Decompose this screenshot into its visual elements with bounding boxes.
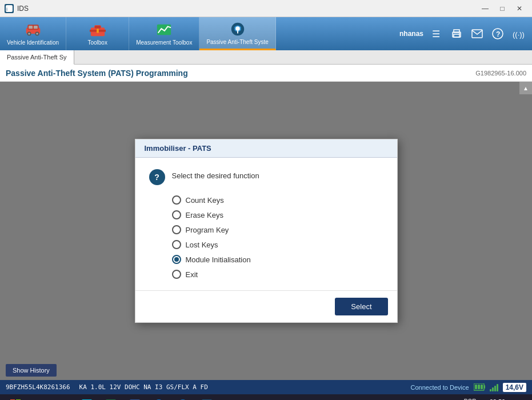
show-history-button[interactable]: Show History [6,364,57,377]
radio-program-key[interactable]: Program Key [172,225,383,234]
svg-text:((·)): ((·)) [513,30,525,39]
tab-pats-label: Passive Anti-Theft Sy [7,54,67,61]
vehicle-icon [25,22,41,38]
radio-program-key-label: Program Key [186,226,229,234]
svg-rect-27 [484,385,485,389]
taskbar-ids[interactable]: F [195,394,218,400]
svg-rect-8 [29,26,33,29]
svg-rect-19 [454,30,459,33]
taskbar-search[interactable] [30,394,48,400]
taskbar-media[interactable] [75,394,98,400]
taskbar-explorer[interactable] [51,394,74,400]
radio-count-keys-input[interactable] [172,195,181,205]
wifi-icon[interactable]: ((·)) [510,26,526,42]
taskbar-up-arrow[interactable]: ▲ [406,397,422,401]
toolbox-icon [90,22,106,38]
radio-erase-keys[interactable]: Erase Keys [172,210,383,219]
measurement-label: Measurement Toolbox [136,39,192,46]
title-bar-controls: — □ ✕ [477,2,527,15]
taskbar-pinned-apps: X W F [51,394,218,400]
page-title-bar: Passive Anti-Theft System (PATS) Program… [0,65,532,82]
taskbar-teamviewer[interactable] [171,394,194,400]
select-button[interactable]: Select [335,298,387,315]
svg-point-5 [28,33,30,35]
radio-exit[interactable]: Exit [172,270,383,279]
signal-bars [490,383,498,391]
status-bar: 9BFZH55L4K8261366 KA 1.0L 12V DOHC NA I3… [0,380,532,394]
radio-lost-keys[interactable]: Lost Keys [172,240,383,249]
clock-time: 23:50 [485,398,510,401]
start-button[interactable] [2,394,29,400]
bottom-bar: Show History [0,360,532,380]
main-content: ▲ Immobiliser - PATS ? Select the desire… [0,82,532,380]
svg-text:?: ? [496,30,500,38]
mail-icon[interactable] [469,26,485,42]
radio-lost-keys-label: Lost Keys [186,241,218,249]
svg-rect-28 [475,385,477,389]
page-version: G1982965-16.000 [475,70,526,77]
close-button[interactable]: ✕ [511,2,527,15]
toolbox-label: Toolbox [87,39,107,46]
tab-pats[interactable]: Passive Anti-Theft Sy [0,50,74,65]
measurement-icon [156,22,172,38]
toolbar-right: nhanas ☰ ? ((·)) [394,17,532,50]
toolbar-pats[interactable]: Passive Anti-Theft Syste [199,17,275,50]
svg-rect-9 [33,26,37,29]
svg-rect-13 [97,29,99,33]
svg-rect-20 [454,34,459,37]
minimize-button[interactable]: — [477,2,493,15]
vehicle-label: Vehicle Identification [7,39,59,46]
toolbar-vehicle-identification[interactable]: Vehicle Identification [0,17,66,50]
dialog-body: ? Select the desired function Count Keys… [135,158,397,290]
title-bar-text: IDS [17,5,29,13]
radio-module-init-input[interactable] [172,255,181,264]
status-right: Connected to Device 14,6V [411,383,526,392]
taskbar: X W F ▲ POR PTB2 23:50 21/10/2020 [0,394,532,400]
toolbar-measurement[interactable]: Measurement Toolbox [129,17,199,50]
taskbar-right: ▲ POR PTB2 23:50 21/10/2020 [406,394,530,400]
svg-rect-11 [94,26,101,29]
toolbar-toolbox[interactable]: Toolbox [66,17,129,50]
svg-text:i: i [6,6,7,12]
app-icon: i [5,4,14,13]
notification-icon[interactable] [516,394,527,400]
svg-rect-22 [472,30,482,38]
radio-count-keys[interactable]: Count Keys [172,195,383,205]
radio-list: Count Keys Erase Keys Program Key Lost K… [149,195,383,279]
voltage-badge: 14,6V [503,383,526,392]
battery-bars [474,383,485,391]
svg-rect-30 [481,385,483,389]
toolbar: Vehicle Identification Toolbox Measureme… [0,17,532,50]
radio-program-key-input[interactable] [172,225,181,234]
radio-lost-keys-input[interactable] [172,240,181,249]
help-icon[interactable]: ? [490,26,506,42]
dialog-footer: Select [135,290,397,322]
print-icon[interactable] [449,26,465,42]
taskbar-clock[interactable]: 23:50 21/10/2020 [481,398,514,401]
radio-module-init-label: Module Initialisation [186,255,251,264]
question-icon: ? [149,169,165,185]
taskbar-volume[interactable] [443,397,459,401]
radio-exit-input[interactable] [172,270,181,279]
dialog-header: Immobiliser - PATS [135,139,397,158]
radio-count-keys-label: Count Keys [186,196,224,205]
dialog-title: Immobiliser - PATS [145,144,211,153]
svg-point-16 [235,26,239,30]
svg-rect-29 [478,385,480,389]
taskbar-excel[interactable]: X [99,394,122,400]
taskbar-edge[interactable] [147,394,170,400]
question-text: Select the desired function [172,169,259,180]
radio-erase-keys-input[interactable] [172,210,181,219]
connected-label: Connected to Device [411,384,469,391]
svg-point-6 [36,33,38,35]
tab-strip: Passive Anti-Theft Sy [0,50,532,65]
dialog: Immobiliser - PATS ? Select the desired … [135,139,398,323]
menu-icon[interactable]: ☰ [428,26,444,42]
vin-number: 9BFZH55L4K8261366 [6,383,70,391]
pats-icon [230,21,246,37]
radio-module-init[interactable]: Module Initialisation [172,255,383,264]
svg-point-21 [459,33,460,34]
taskbar-network[interactable] [425,397,441,401]
maximize-button[interactable]: □ [494,2,510,15]
taskbar-word[interactable]: W [123,394,146,400]
